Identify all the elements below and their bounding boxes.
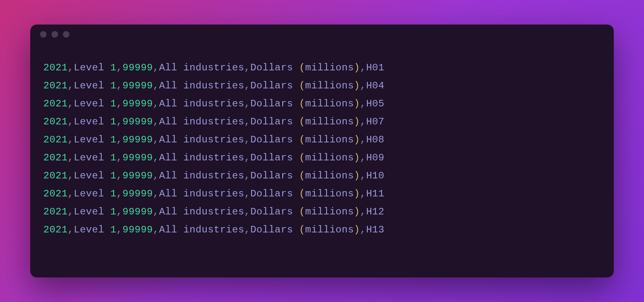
token-paren-open: ( [299, 152, 305, 163]
token-code: 99999 [123, 188, 153, 199]
token-comma: , [153, 152, 159, 163]
code-line: 2021,Level 1,99999,All industries,Dollar… [43, 203, 601, 221]
token-paren-close: ) [354, 170, 360, 181]
token-comma: , [116, 116, 123, 127]
token-level-num: 1 [110, 170, 116, 181]
maximize-icon[interactable] [63, 31, 69, 38]
token-level-word: Level [74, 152, 105, 163]
token-year: 2021 [43, 134, 68, 145]
token-year: 2021 [43, 206, 68, 217]
token-paren-close: ) [354, 152, 360, 163]
token-comma: , [360, 152, 366, 163]
token-code: 99999 [123, 98, 153, 109]
token-unit-word: Dollars [250, 170, 293, 181]
token-comma: , [360, 206, 366, 217]
token-unit-word: Dollars [250, 116, 293, 127]
token-industry: All industries [159, 152, 244, 163]
token-paren-open: ( [299, 116, 305, 127]
code-window: 2021,Level 1,99999,All industries,Dollar… [30, 25, 614, 277]
token-comma: , [153, 206, 159, 217]
token-paren-open: ( [299, 98, 305, 109]
token-comma: , [68, 188, 74, 199]
token-comma: , [116, 98, 123, 109]
token-comma: , [244, 98, 250, 109]
token-comma: , [68, 116, 74, 127]
token-year: 2021 [43, 152, 68, 163]
code-line: 2021,Level 1,99999,All industries,Dollar… [43, 149, 601, 167]
token-level-word: Level [74, 134, 105, 145]
token-unit-paren: millions [305, 152, 354, 163]
token-industry: All industries [159, 188, 244, 199]
token-industry: All industries [159, 116, 244, 127]
token-comma: , [244, 224, 250, 235]
token-level-num: 1 [110, 188, 116, 199]
token-level-num: 1 [110, 206, 116, 217]
token-unit-word: Dollars [250, 134, 293, 145]
token-unit-paren: millions [305, 62, 354, 73]
token-unit-paren: millions [305, 224, 354, 235]
token-paren-close: ) [354, 98, 360, 109]
token-paren-close: ) [354, 80, 360, 91]
token-unit-paren: millions [305, 116, 354, 127]
token-paren-close: ) [354, 188, 360, 199]
token-comma: , [116, 224, 123, 235]
token-code: 99999 [123, 170, 153, 181]
token-comma: , [68, 134, 74, 145]
token-unit-word: Dollars [250, 206, 293, 217]
token-year: 2021 [43, 224, 68, 235]
close-icon[interactable] [40, 31, 47, 38]
token-suffix: H13 [366, 224, 385, 235]
code-content: 2021,Level 1,99999,All industries,Dollar… [30, 44, 614, 252]
code-line: 2021,Level 1,99999,All industries,Dollar… [43, 77, 601, 95]
token-industry: All industries [159, 62, 244, 73]
token-paren-close: ) [354, 62, 360, 73]
token-comma: , [360, 134, 366, 145]
token-suffix: H04 [366, 80, 385, 91]
token-comma: , [116, 80, 123, 91]
token-year: 2021 [43, 116, 68, 127]
window-titlebar [30, 25, 614, 44]
code-line: 2021,Level 1,99999,All industries,Dollar… [43, 113, 601, 131]
token-unit-paren: millions [305, 206, 354, 217]
token-comma: , [244, 116, 250, 127]
token-code: 99999 [123, 80, 153, 91]
token-space [104, 80, 110, 91]
token-space [293, 152, 299, 163]
token-comma: , [116, 188, 123, 199]
token-code: 99999 [123, 116, 153, 127]
token-paren-open: ( [299, 62, 305, 73]
token-paren-open: ( [299, 188, 305, 199]
token-suffix: H11 [366, 188, 385, 199]
token-space [104, 116, 110, 127]
token-space [104, 98, 110, 109]
token-suffix: H12 [366, 206, 385, 217]
token-suffix: H10 [366, 170, 385, 181]
token-comma: , [244, 188, 250, 199]
token-year: 2021 [43, 62, 68, 73]
token-comma: , [244, 134, 250, 145]
token-comma: , [116, 206, 123, 217]
token-paren-open: ( [299, 170, 305, 181]
token-year: 2021 [43, 188, 68, 199]
token-comma: , [360, 116, 366, 127]
token-comma: , [244, 152, 250, 163]
token-paren-close: ) [354, 206, 360, 217]
token-space [104, 206, 110, 217]
token-space [293, 80, 299, 91]
token-unit-paren: millions [305, 188, 354, 199]
token-unit-word: Dollars [250, 224, 293, 235]
token-paren-open: ( [299, 80, 305, 91]
token-comma: , [153, 62, 159, 73]
token-comma: , [116, 62, 123, 73]
token-space [293, 170, 299, 181]
token-unit-paren: millions [305, 134, 354, 145]
token-comma: , [153, 134, 159, 145]
token-level-word: Level [74, 188, 105, 199]
token-space [104, 170, 110, 181]
token-comma: , [68, 62, 74, 73]
token-comma: , [153, 224, 159, 235]
minimize-icon[interactable] [51, 31, 58, 38]
code-line: 2021,Level 1,99999,All industries,Dollar… [43, 167, 601, 185]
token-level-word: Level [74, 98, 105, 109]
token-comma: , [153, 80, 159, 91]
